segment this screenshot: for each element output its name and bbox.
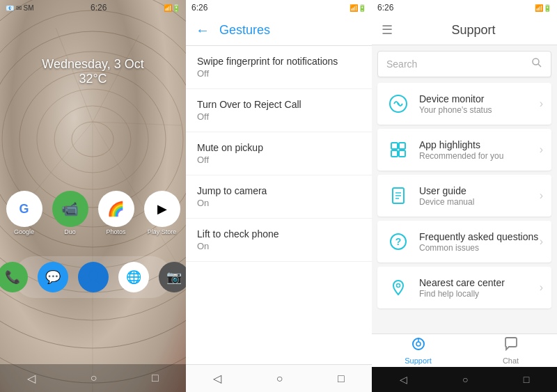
support-nav-support-icon <box>411 336 426 355</box>
gesture-name-lift: Lift to check phone <box>197 228 361 240</box>
dock-chrome[interactable]: 🌐 <box>118 262 149 292</box>
home-date: Wednesday, 3 Oct <box>0 57 186 72</box>
support-card-care-center[interactable]: Nearest care center Find help locally › <box>377 267 551 308</box>
gestures-recents-nav[interactable]: □ <box>338 373 345 385</box>
support-nav-support[interactable]: Support <box>372 334 464 367</box>
gesture-item-camera[interactable]: Jump to camera On <box>186 175 372 219</box>
support-header: ☰ Support <box>372 15 557 45</box>
care-center-chevron: › <box>540 281 543 294</box>
gestures-title: Gestures <box>219 23 270 38</box>
gestures-list: Swipe fingerprint for notifications Off … <box>186 46 372 364</box>
app-playstore-label: Play Store <box>148 228 177 235</box>
svg-text:?: ? <box>395 236 402 247</box>
care-center-text: Nearest care center Find help locally <box>419 277 540 299</box>
svg-rect-24 <box>399 150 405 157</box>
support-device-nav-bar: ◁ ○ □ <box>372 367 557 392</box>
support-card-user-guide[interactable]: User guide Device manual › <box>377 175 551 217</box>
app-playstore[interactable]: ▶ Play Store <box>144 191 180 235</box>
gesture-value-lift: On <box>197 241 361 251</box>
gesture-item-lift[interactable]: Lift to check phone On <box>186 219 372 262</box>
support-screen: 6:26 📶🔋 ☰ Support Search <box>372 0 557 392</box>
support-nav-chat-label: Chat <box>503 356 519 365</box>
home-status-left: 📧 ✉ SM <box>6 4 34 12</box>
support-items-list: Device monitor Your phone's status › App… <box>372 83 557 334</box>
support-title: Support <box>400 23 547 38</box>
dock-messages[interactable]: 💬 <box>38 262 68 292</box>
app-photos[interactable]: 🌈 Photos <box>98 191 134 235</box>
gesture-name-turnover: Turn Over to Reject Call <box>197 99 361 110</box>
app-duo[interactable]: 📹 Duo <box>52 191 88 235</box>
app-highlights-subtitle: Recommended for you <box>419 151 540 161</box>
svg-point-30 <box>397 284 400 288</box>
gestures-back-button[interactable]: ← <box>196 22 210 38</box>
support-card-faq[interactable]: ? Frequently asked questions Common issu… <box>377 221 551 262</box>
gesture-item-turnover[interactable]: Turn Over to Reject Call Off <box>186 89 372 132</box>
gestures-back-nav[interactable]: ◁ <box>213 372 221 385</box>
faq-chevron: › <box>540 235 543 248</box>
svg-line-18 <box>538 64 541 67</box>
support-status-time: 6:26 <box>377 3 393 13</box>
search-icon <box>531 57 542 71</box>
support-status-bar: 6:26 📶🔋 <box>372 0 557 15</box>
support-recents-nav[interactable]: □ <box>524 374 529 385</box>
home-status-right: 📶🔋 <box>164 4 180 12</box>
support-card-device-monitor[interactable]: Device monitor Your phone's status › <box>377 83 551 125</box>
user-guide-text: User guide Device manual <box>419 185 540 207</box>
recents-button[interactable]: □ <box>152 372 159 384</box>
svg-point-17 <box>533 58 539 65</box>
device-monitor-text: Device monitor Your phone's status <box>419 93 540 115</box>
user-guide-title: User guide <box>419 185 540 196</box>
care-center-title: Nearest care center <box>419 277 540 288</box>
gestures-nav-bar: ◁ ○ □ <box>186 364 372 392</box>
gesture-name-swipe: Swipe fingerprint for notifications <box>197 56 361 67</box>
gesture-name-mute: Mute on pickup <box>197 142 361 153</box>
dock-phone[interactable]: 📞 <box>0 262 28 292</box>
home-temp: 32°C <box>0 72 186 86</box>
support-back-nav[interactable]: ◁ <box>400 374 407 385</box>
faq-text: Frequently asked questions Common issues <box>419 231 540 253</box>
gesture-value-camera: On <box>197 198 361 208</box>
app-google[interactable]: G Google <box>6 191 42 235</box>
app-duo-label: Duo <box>64 228 76 235</box>
svg-line-13 <box>93 122 181 125</box>
svg-point-32 <box>416 342 421 346</box>
support-search-bar[interactable]: Search <box>377 51 551 77</box>
gestures-screen: 6:26 📶🔋 ← Gestures Swipe fingerprint for… <box>186 0 372 392</box>
care-center-subtitle: Find help locally <box>419 289 540 299</box>
home-button[interactable]: ○ <box>91 372 97 384</box>
dock-contacts[interactable]: 👤 <box>78 262 109 292</box>
support-status-icons: 📶🔋 <box>535 4 551 12</box>
gesture-name-camera: Jump to camera <box>197 185 361 196</box>
gesture-item-mute[interactable]: Mute on pickup Off <box>186 132 372 175</box>
gesture-item-swipe[interactable]: Swipe fingerprint for notifications Off <box>186 46 372 89</box>
home-dock: 📞 💬 👤 🌐 📷 <box>14 256 172 298</box>
gesture-value-swipe: Off <box>197 68 361 79</box>
app-highlights-text: App highlights Recommended for you <box>419 139 540 161</box>
support-card-app-highlights[interactable]: App highlights Recommended for you › <box>377 129 551 171</box>
svg-point-7 <box>0 0 186 292</box>
app-google-label: Google <box>14 228 34 235</box>
svg-rect-21 <box>391 143 398 149</box>
dock-camera[interactable]: 📷 <box>159 262 187 292</box>
faq-title: Frequently asked questions <box>419 231 540 242</box>
home-screen: 📧 ✉ SM 6:26 📶🔋 Wednesday, 3 Oct 32°C G G… <box>0 0 186 392</box>
gestures-header: ← Gestures <box>186 15 372 46</box>
support-home-nav[interactable]: ○ <box>462 374 468 385</box>
app-highlights-chevron: › <box>540 143 543 156</box>
faq-icon: ? <box>386 229 411 254</box>
svg-point-20 <box>398 103 400 105</box>
hamburger-menu-button[interactable]: ☰ <box>382 22 393 38</box>
user-guide-chevron: › <box>540 189 543 202</box>
svg-rect-22 <box>399 143 405 149</box>
device-monitor-chevron: › <box>540 97 543 110</box>
device-monitor-subtitle: Your phone's status <box>419 105 540 115</box>
home-date-widget: Wednesday, 3 Oct 32°C <box>0 57 186 86</box>
gestures-home-nav[interactable]: ○ <box>276 373 283 385</box>
care-center-icon <box>386 275 411 300</box>
user-guide-subtitle: Device manual <box>419 197 540 207</box>
back-button[interactable]: ◁ <box>27 372 36 385</box>
gesture-value-mute: Off <box>197 155 361 165</box>
support-nav-chat[interactable]: Chat <box>464 334 557 367</box>
home-app-grid: G Google 📹 Duo 🌈 Photos ▶ Play Store <box>0 191 186 235</box>
gestures-status-time: 6:26 <box>191 3 207 13</box>
